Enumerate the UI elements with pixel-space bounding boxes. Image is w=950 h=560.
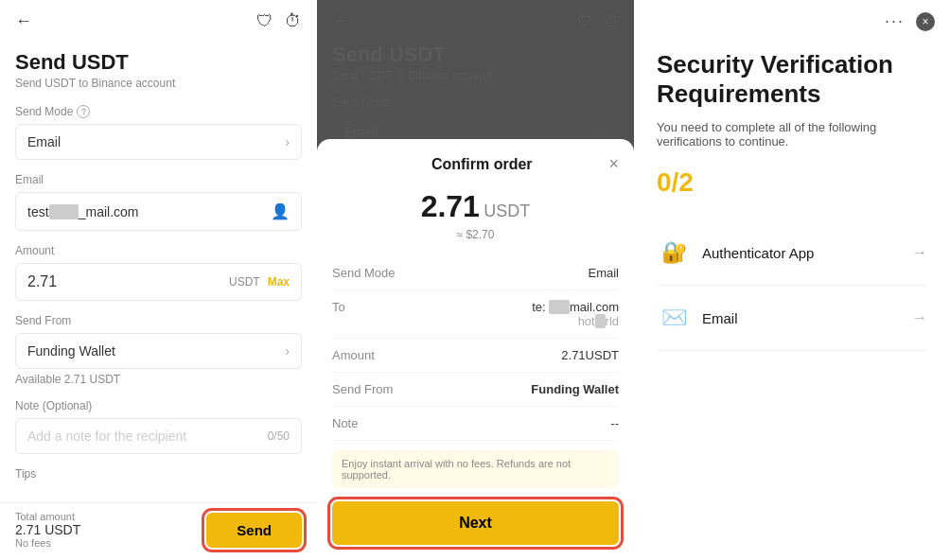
note-count: 0/50 bbox=[268, 429, 290, 443]
bottom-bar: Total amount 2.71 USDT No fees Send bbox=[0, 502, 317, 560]
modal-to-label: To bbox=[332, 300, 345, 314]
confirm-modal: Confirm order × 2.71 USDT ≈ $2.70 Send M… bbox=[317, 139, 634, 560]
total-amount-value: 2.71 USDT bbox=[15, 522, 80, 537]
modal-note-value: -- bbox=[610, 416, 619, 430]
note-placeholder: Add a note for the recipient bbox=[27, 429, 186, 444]
modal-header: Confirm order × bbox=[332, 154, 619, 174]
send-mode-field[interactable]: Email › bbox=[15, 124, 302, 160]
modal-note-label: Note bbox=[332, 416, 358, 430]
help-icon[interactable]: ? bbox=[77, 105, 90, 118]
modal-row-send-mode: Send Mode Email bbox=[332, 256, 619, 290]
right-header: ··· × bbox=[634, 0, 950, 43]
send-mode-label: Send Mode ? bbox=[15, 105, 302, 118]
progress-counter: 0/2 bbox=[657, 167, 927, 198]
authenticator-left: 🔐 Authenticator App bbox=[657, 236, 814, 270]
amount-right: USDT Max bbox=[229, 275, 290, 289]
history-icon[interactable]: ⏱ bbox=[285, 11, 302, 31]
back-button[interactable]: ← bbox=[15, 11, 32, 31]
middle-panel: ← 🛡 ⏱ Send USDT Send USDT to Binance acc… bbox=[317, 0, 634, 560]
chevron-right-icon: › bbox=[285, 134, 290, 149]
send-mode-value: Email bbox=[27, 134, 61, 149]
chevron-right-icon-2: › bbox=[285, 343, 290, 359]
email-verify-label: Email bbox=[702, 310, 738, 326]
amount-field[interactable]: 2.71 USDT Max bbox=[15, 263, 302, 301]
page-title: Send USDT bbox=[15, 50, 302, 75]
modal-title: Confirm order bbox=[355, 156, 608, 173]
total-amount-label: Total amount bbox=[15, 511, 80, 522]
email-icon: ✉️ bbox=[657, 301, 691, 335]
modal-to-value: te: mail.com hot rld bbox=[532, 300, 619, 328]
three-dots-menu[interactable]: ··· bbox=[885, 11, 905, 31]
header-icons: 🛡 ⏱ bbox=[256, 11, 302, 31]
page-subtitle: Send USDT to Binance account bbox=[15, 77, 302, 90]
modal-row-note: Note -- bbox=[332, 407, 619, 441]
modal-big-currency: USDT bbox=[484, 201, 530, 220]
send-button[interactable]: Send bbox=[206, 513, 302, 548]
email-label: Email bbox=[15, 173, 302, 186]
to-line1: te: mail.com bbox=[532, 300, 619, 314]
security-description: You need to complete all of the followin… bbox=[657, 120, 927, 149]
email-arrow-icon: → bbox=[912, 309, 927, 326]
to-line2: hot rld bbox=[532, 314, 619, 328]
max-button[interactable]: Max bbox=[268, 275, 290, 289]
modal-big-amount: 2.71 bbox=[421, 189, 480, 223]
authenticator-icon: 🔐 bbox=[657, 236, 691, 270]
modal-notice: Enjoy instant arrival with no fees. Refu… bbox=[332, 450, 619, 488]
left-header: ← 🛡 ⏱ bbox=[0, 0, 317, 43]
close-button[interactable]: × bbox=[916, 12, 935, 31]
masked-text bbox=[49, 204, 79, 219]
person-icon: 👤 bbox=[271, 202, 290, 220]
note-field[interactable]: Add a note for the recipient 0/50 bbox=[15, 418, 302, 454]
amount-value: 2.71 bbox=[27, 273, 57, 290]
modal-row-send-from: Send From Funding Wallet bbox=[332, 373, 619, 407]
authenticator-app-item[interactable]: 🔐 Authenticator App → bbox=[657, 220, 927, 286]
email-verify-left: ✉️ Email bbox=[657, 301, 738, 335]
right-content: Security Verification Requirements You n… bbox=[634, 43, 950, 374]
modal-amount-label: Amount bbox=[332, 348, 375, 362]
total-info: Total amount 2.71 USDT No fees bbox=[15, 511, 80, 549]
send-from-label: Send From bbox=[15, 314, 302, 327]
usdt-label: USDT bbox=[229, 275, 260, 289]
modal-row-amount: Amount 2.71USDT bbox=[332, 339, 619, 373]
modal-amount-value: 2.71USDT bbox=[561, 348, 619, 362]
send-from-value: Funding Wallet bbox=[27, 343, 115, 359]
email-verification-item[interactable]: ✉️ Email → bbox=[657, 286, 927, 351]
right-panel: ··· × Security Verification Requirements… bbox=[634, 0, 950, 560]
available-text: Available 2.71 USDT bbox=[15, 373, 302, 386]
amount-label: Amount bbox=[15, 244, 302, 257]
next-button[interactable]: Next bbox=[332, 501, 619, 545]
left-panel: ← 🛡 ⏱ Send USDT Send USDT to Binance acc… bbox=[0, 0, 317, 560]
approx-value: ≈ $2.70 bbox=[332, 228, 619, 241]
modal-send-mode-label: Send Mode bbox=[332, 266, 396, 280]
note-label: Note (Optional) bbox=[15, 399, 302, 412]
total-fees: No fees bbox=[15, 537, 80, 549]
email-field[interactable]: test _mail.com 👤 bbox=[15, 192, 302, 231]
authenticator-arrow-icon: → bbox=[912, 244, 927, 261]
security-title: Security Verification Requirements bbox=[657, 50, 927, 109]
modal-send-from-label: Send From bbox=[332, 382, 393, 396]
modal-amount-display: 2.71 USDT bbox=[332, 189, 619, 224]
modal-close-button[interactable]: × bbox=[608, 154, 619, 174]
send-from-field[interactable]: Funding Wallet › bbox=[15, 333, 302, 369]
modal-row-to: To te: mail.com hot rld bbox=[332, 290, 619, 339]
modal-send-from-value: Funding Wallet bbox=[531, 382, 619, 396]
shield-icon[interactable]: 🛡 bbox=[256, 11, 273, 31]
authenticator-label: Authenticator App bbox=[702, 245, 814, 261]
modal-send-mode-value: Email bbox=[588, 266, 619, 280]
send-content: Send USDT Send USDT to Binance account S… bbox=[0, 43, 317, 560]
email-value: test _mail.com bbox=[27, 204, 139, 219]
tips-label: Tips bbox=[15, 467, 302, 481]
